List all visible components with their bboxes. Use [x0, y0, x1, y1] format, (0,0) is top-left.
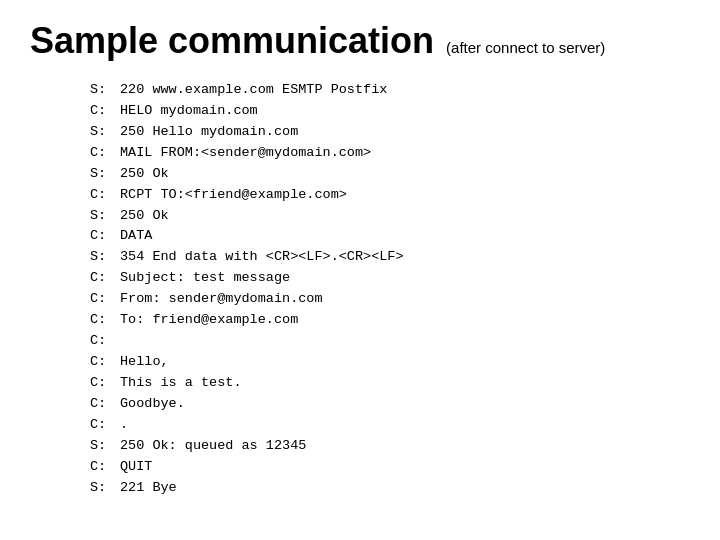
line-content: Subject: test message — [120, 268, 290, 289]
line-prefix: C: — [90, 185, 120, 206]
table-row: C:RCPT TO:<friend@example.com> — [90, 185, 690, 206]
line-content: MAIL FROM:<sender@mydomain.com> — [120, 143, 371, 164]
line-content: To: friend@example.com — [120, 310, 298, 331]
line-prefix: C: — [90, 415, 120, 436]
line-content: HELO mydomain.com — [120, 101, 258, 122]
line-content: . — [120, 415, 128, 436]
line-content — [120, 331, 128, 352]
line-prefix: S: — [90, 80, 120, 101]
line-prefix: C: — [90, 289, 120, 310]
line-content: DATA — [120, 226, 152, 247]
line-prefix: S: — [90, 478, 120, 499]
line-prefix: C: — [90, 143, 120, 164]
line-prefix: S: — [90, 436, 120, 457]
line-content: RCPT TO:<friend@example.com> — [120, 185, 347, 206]
line-prefix: C: — [90, 457, 120, 478]
line-content: 250 Ok — [120, 164, 169, 185]
line-content: This is a test. — [120, 373, 242, 394]
line-prefix: S: — [90, 206, 120, 227]
line-content: 250 Hello mydomain.com — [120, 122, 298, 143]
line-content: 250 Ok — [120, 206, 169, 227]
line-prefix: S: — [90, 247, 120, 268]
line-content: 354 End data with <CR><LF>.<CR><LF> — [120, 247, 404, 268]
line-prefix: S: — [90, 164, 120, 185]
table-row: C:From: sender@mydomain.com — [90, 289, 690, 310]
table-row: S:220 www.example.com ESMTP Postfix — [90, 80, 690, 101]
table-row: C:QUIT — [90, 457, 690, 478]
table-row: C:MAIL FROM:<sender@mydomain.com> — [90, 143, 690, 164]
line-content: Hello, — [120, 352, 169, 373]
table-row: C: — [90, 331, 690, 352]
table-row: C:HELO mydomain.com — [90, 101, 690, 122]
line-prefix: C: — [90, 310, 120, 331]
table-row: C:Subject: test message — [90, 268, 690, 289]
line-prefix: C: — [90, 394, 120, 415]
page-subtitle: (after connect to server) — [446, 39, 605, 56]
table-row: S:250 Hello mydomain.com — [90, 122, 690, 143]
table-row: S:221 Bye — [90, 478, 690, 499]
line-prefix: C: — [90, 101, 120, 122]
table-row: S:354 End data with <CR><LF>.<CR><LF> — [90, 247, 690, 268]
table-row: S:250 Ok — [90, 206, 690, 227]
title-row: Sample communication (after connect to s… — [30, 20, 690, 62]
table-row: C:DATA — [90, 226, 690, 247]
line-content: Goodbye. — [120, 394, 185, 415]
page-title: Sample communication — [30, 20, 434, 62]
table-row: C:This is a test. — [90, 373, 690, 394]
table-row: S:250 Ok — [90, 164, 690, 185]
table-row: C:Goodbye. — [90, 394, 690, 415]
communication-block: S:220 www.example.com ESMTP PostfixC:HEL… — [90, 80, 690, 498]
line-content: QUIT — [120, 457, 152, 478]
line-prefix: S: — [90, 122, 120, 143]
table-row: S:250 Ok: queued as 12345 — [90, 436, 690, 457]
page: Sample communication (after connect to s… — [0, 0, 720, 540]
line-content: 250 Ok: queued as 12345 — [120, 436, 306, 457]
line-prefix: C: — [90, 331, 120, 352]
table-row: C:Hello, — [90, 352, 690, 373]
table-row: C:To: friend@example.com — [90, 310, 690, 331]
line-prefix: C: — [90, 226, 120, 247]
line-content: 220 www.example.com ESMTP Postfix — [120, 80, 387, 101]
line-prefix: C: — [90, 373, 120, 394]
line-content: 221 Bye — [120, 478, 177, 499]
line-content: From: sender@mydomain.com — [120, 289, 323, 310]
table-row: C:. — [90, 415, 690, 436]
line-prefix: C: — [90, 352, 120, 373]
line-prefix: C: — [90, 268, 120, 289]
